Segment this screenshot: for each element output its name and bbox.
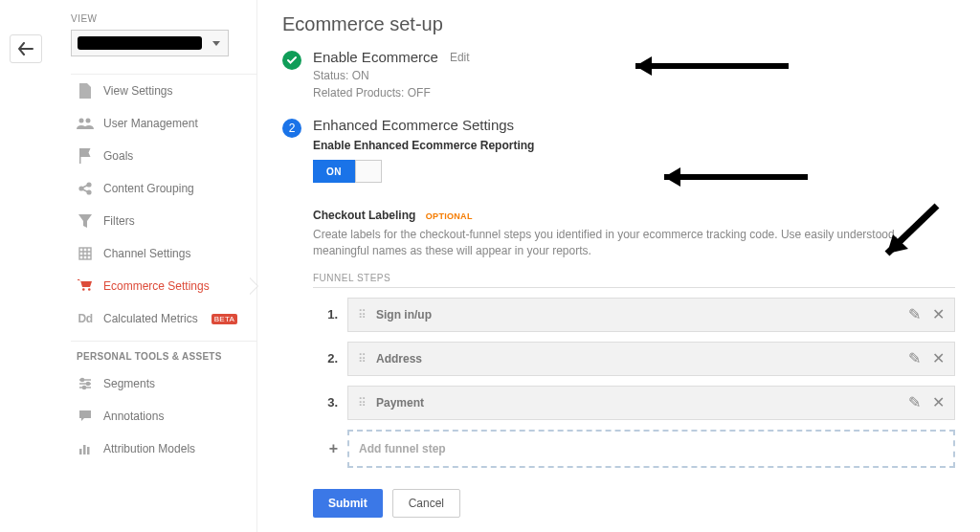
dd-icon: Dd (77, 310, 94, 327)
sidebar-item-label: Goals (103, 149, 133, 163)
edit-link[interactable]: Edit (450, 51, 470, 64)
drag-handle-icon[interactable]: ⠿ (358, 396, 367, 410)
add-funnel-step[interactable]: Add funnel step (347, 430, 955, 468)
view-label: VIEW (71, 13, 256, 24)
annotation-arrow-icon (870, 201, 947, 268)
sidebar-item-label: Attribution Models (103, 442, 195, 455)
step-title: Enable Ecommerce (313, 49, 438, 65)
svg-point-0 (79, 119, 84, 123)
toggle-on-label: ON (313, 160, 355, 183)
sidebar-item-label: Content Grouping (103, 182, 194, 195)
svg-rect-5 (79, 248, 91, 259)
sidebar-item-label: Annotations (103, 410, 164, 423)
page-icon (77, 82, 94, 100)
funnel-step-number: 2. (313, 351, 338, 366)
sidebar-item-attribution-models[interactable]: Attribution Models (71, 432, 256, 465)
svg-point-7 (87, 383, 90, 386)
funnel-step-row: 1. ⠿ Sign in/up ✎ ✕ (313, 298, 955, 332)
selected-view-redacted (78, 36, 202, 50)
sidebar-item-ecommerce-settings[interactable]: Ecommerce Settings (71, 270, 256, 302)
sidebar-item-label: Ecommerce Settings (103, 279, 210, 293)
sidebar-item-label: User Management (103, 117, 198, 130)
sidebar-item-view-settings[interactable]: View Settings (71, 75, 256, 107)
edit-icon[interactable]: ✎ (908, 349, 921, 367)
step-enable-ecommerce: Enable Ecommerce Edit Status: ON Related… (282, 49, 955, 100)
funnel-step-label: Payment (376, 396, 899, 410)
checkout-labeling-desc: Create labels for the checkout-funnel st… (313, 227, 925, 259)
sidebar: VIEW View Settings User Management Goals… (71, 0, 257, 532)
sidebar-item-goals[interactable]: Goals (71, 140, 256, 172)
step-enhanced-ecommerce: 2 Enhanced Ecommerce Settings Enable Enh… (282, 117, 955, 518)
cancel-button[interactable]: Cancel (392, 489, 460, 518)
svg-point-6 (81, 379, 84, 382)
funnel-step-box[interactable]: ⠿ Payment ✎ ✕ (347, 386, 955, 420)
sidebar-item-calculated-metrics[interactable]: Dd Calculated Metrics BETA (71, 302, 256, 335)
funnel-step-number: 3. (313, 395, 338, 410)
funnel-step-box[interactable]: ⠿ Address ✎ ✕ (347, 342, 955, 376)
funnel-step-label: Sign in/up (376, 308, 899, 321)
submit-button[interactable]: Submit (313, 489, 383, 518)
svg-rect-10 (83, 445, 86, 454)
sidebar-item-label: View Settings (103, 84, 173, 98)
share-icon (77, 180, 94, 197)
edit-icon[interactable]: ✎ (908, 305, 921, 323)
related-products-text: Related Products: OFF (313, 86, 955, 100)
funnel-step-row: 3. ⠿ Payment ✎ ✕ (313, 386, 955, 420)
users-icon (77, 115, 94, 132)
grid-icon (77, 245, 94, 262)
sidebar-section-head: PERSONAL TOOLS & ASSETS (71, 341, 256, 367)
step-done-icon (282, 51, 301, 70)
annotation-arrow-icon (650, 165, 813, 189)
main-content: Ecommerce set-up Enable Ecommerce Edit S… (257, 0, 980, 532)
edit-icon[interactable]: ✎ (908, 393, 921, 411)
svg-rect-9 (79, 449, 82, 454)
svg-point-8 (83, 387, 86, 389)
drag-handle-icon[interactable]: ⠿ (358, 308, 367, 321)
chevron-down-icon (212, 41, 220, 46)
funnel-icon (77, 212, 94, 230)
funnel-step-add-row: + Add funnel step (313, 430, 955, 468)
checkout-labeling-head: Checkout Labeling (313, 209, 415, 222)
sidebar-item-annotations[interactable]: Annotations (71, 400, 256, 432)
enable-reporting-label: Enable Enhanced Ecommerce Reporting (313, 139, 955, 152)
remove-icon[interactable]: ✕ (932, 305, 945, 323)
step-number-badge: 2 (282, 119, 301, 138)
funnel-step-number: 1. (313, 307, 338, 321)
view-select[interactable] (71, 30, 229, 56)
drag-handle-icon[interactable]: ⠿ (358, 352, 367, 366)
cart-icon (77, 277, 94, 295)
sidebar-item-user-management[interactable]: User Management (71, 107, 256, 140)
add-step-plus: + (313, 440, 338, 457)
sidebar-item-label: Filters (103, 214, 135, 228)
back-arrow-icon (18, 42, 33, 55)
funnel-step-box[interactable]: ⠿ Sign in/up ✎ ✕ (347, 298, 955, 332)
funnel-step-label: Address (376, 352, 899, 366)
flag-icon (77, 147, 94, 165)
sidebar-item-channel-settings[interactable]: Channel Settings (71, 237, 256, 270)
funnel-steps-head: FUNNEL STEPS (313, 273, 955, 288)
beta-badge: BETA (212, 314, 238, 324)
sidebar-item-label: Calculated Metrics (103, 312, 198, 325)
page-title: Ecommerce set-up (282, 13, 955, 35)
enhanced-reporting-toggle[interactable]: ON (313, 160, 382, 183)
toggle-knob (355, 160, 382, 183)
svg-rect-11 (87, 447, 90, 454)
sidebar-item-segments[interactable]: Segments (71, 367, 256, 400)
sidebar-item-label: Segments (103, 377, 155, 390)
step-title: Enhanced Ecommerce Settings (313, 117, 514, 133)
sidebar-item-label: Channel Settings (103, 247, 190, 260)
remove-icon[interactable]: ✕ (932, 349, 945, 367)
speech-icon (77, 408, 94, 425)
optional-badge: OPTIONAL (426, 211, 473, 221)
bars-icon (77, 440, 94, 457)
funnel-step-row: 2. ⠿ Address ✎ ✕ (313, 342, 955, 376)
remove-icon[interactable]: ✕ (932, 393, 945, 411)
back-button[interactable] (10, 34, 42, 63)
sidebar-item-content-grouping[interactable]: Content Grouping (71, 172, 256, 205)
sidebar-item-filters[interactable]: Filters (71, 205, 256, 237)
svg-point-1 (86, 119, 91, 123)
sliders-icon (77, 375, 94, 392)
svg-point-2 (79, 187, 83, 190)
annotation-arrow-icon (621, 52, 793, 80)
